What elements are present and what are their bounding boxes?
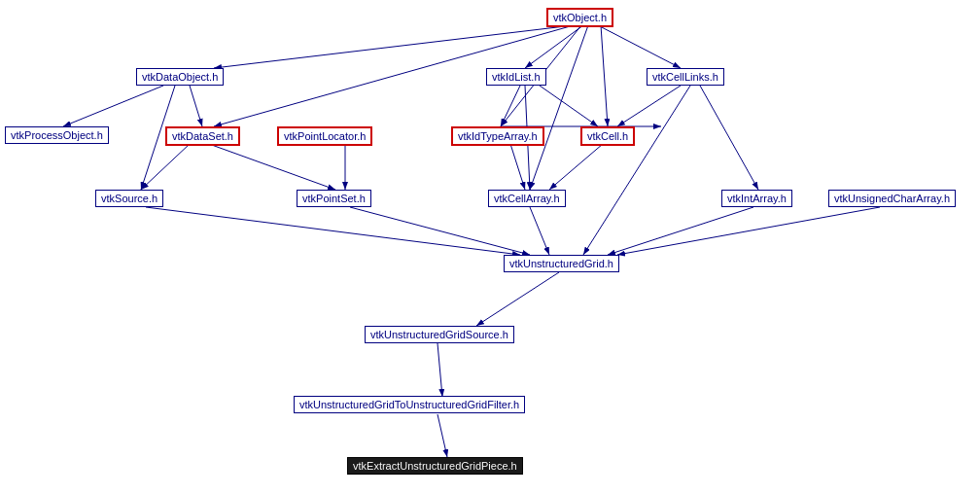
node-vtkIdTypeArray[interactable]: vtkIdTypeArray.h xyxy=(451,126,544,146)
node-vtkUnstructuredGrid[interactable]: vtkUnstructuredGrid.h xyxy=(504,255,619,272)
svg-line-24 xyxy=(617,207,880,255)
svg-line-25 xyxy=(583,86,690,255)
svg-line-13 xyxy=(700,86,758,190)
node-vtkDataSet[interactable]: vtkDataSet.h xyxy=(165,126,240,146)
node-vtkIdList[interactable]: vtkIdList.h xyxy=(486,68,546,86)
svg-line-1 xyxy=(214,25,574,68)
diagram-container: vtkObject.h vtkDataObject.h vtkIdList.h … xyxy=(0,0,980,495)
node-vtkObject[interactable]: vtkObject.h xyxy=(546,8,613,27)
node-vtkIntArray[interactable]: vtkIntArray.h xyxy=(721,190,792,207)
node-vtkUnstructuredGridToFilter[interactable]: vtkUnstructuredGridToUnstructuredGridFil… xyxy=(294,396,525,413)
node-vtkProcessObject[interactable]: vtkProcessObject.h xyxy=(5,126,109,144)
node-vtkExtractUnstructuredGridPiece[interactable]: vtkExtractUnstructuredGridPiece.h xyxy=(347,457,523,475)
svg-line-5 xyxy=(601,25,608,126)
svg-line-20 xyxy=(146,207,520,255)
svg-line-3 xyxy=(598,25,681,68)
node-vtkDataObject[interactable]: vtkDataObject.h xyxy=(136,68,224,86)
node-vtkCell[interactable]: vtkCell.h xyxy=(580,126,635,146)
svg-line-28 xyxy=(438,414,447,457)
svg-line-6 xyxy=(530,25,588,190)
node-vtkUnstructuredGridSource[interactable]: vtkUnstructuredGridSource.h xyxy=(365,326,514,343)
svg-line-30 xyxy=(540,86,598,126)
node-vtkPointSet[interactable]: vtkPointSet.h xyxy=(297,190,371,207)
node-vtkUnsignedCharArray[interactable]: vtkUnsignedCharArray.h xyxy=(828,190,956,207)
svg-line-15 xyxy=(209,144,335,190)
node-vtkPointLocator[interactable]: vtkPointLocator.h xyxy=(277,126,372,146)
svg-line-26 xyxy=(476,272,559,326)
svg-line-21 xyxy=(350,207,530,255)
svg-line-8 xyxy=(63,86,163,126)
svg-line-2 xyxy=(525,25,583,68)
svg-line-19 xyxy=(549,144,603,190)
svg-line-22 xyxy=(530,207,549,255)
svg-line-23 xyxy=(608,207,753,255)
node-vtkCellLinks[interactable]: vtkCellLinks.h xyxy=(647,68,724,86)
node-vtkCellArray[interactable]: vtkCellArray.h xyxy=(488,190,566,207)
svg-line-14 xyxy=(617,86,681,126)
svg-line-18 xyxy=(510,144,525,190)
node-vtkSource[interactable]: vtkSource.h xyxy=(95,190,163,207)
svg-line-10 xyxy=(190,86,202,126)
svg-line-27 xyxy=(438,343,442,397)
